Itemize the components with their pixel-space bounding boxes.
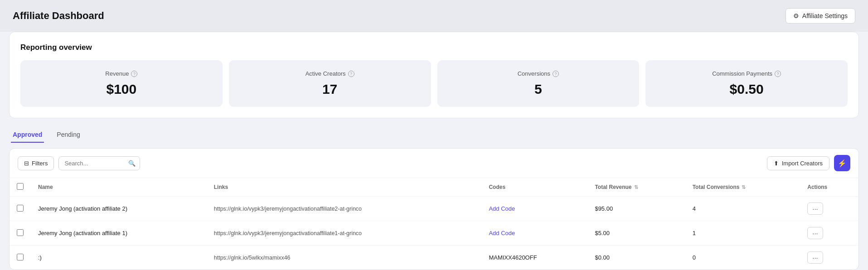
revenue-info-icon[interactable]: ?	[131, 71, 137, 77]
lightning-button[interactable]: ⚡	[834, 155, 850, 171]
row-2-conversions: 0	[685, 246, 800, 270]
commission-info-icon[interactable]: ?	[775, 71, 781, 77]
row-0-checkbox[interactable]	[17, 205, 24, 212]
col-actions: Actions	[800, 178, 858, 197]
table-row: Jeremy Jong (activation affiliate 2) htt…	[10, 197, 858, 221]
revenue-sort-icon[interactable]: ⇅	[634, 184, 638, 190]
search-input[interactable]	[58, 156, 140, 170]
reporting-title: Reporting overview	[20, 43, 848, 52]
col-codes: Codes	[481, 178, 587, 197]
row-2-checkbox[interactable]	[17, 254, 24, 260]
table-row: Jeremy Jong (activation affiliate 1) htt…	[10, 221, 858, 246]
toolbar-left: ⊟ Filters 🔍	[18, 156, 140, 170]
filters-button[interactable]: ⊟ Filters	[18, 156, 54, 170]
creators-table-card: ⊟ Filters 🔍 ⬆ Import Creators ⚡	[9, 148, 859, 270]
metric-revenue-value: $100	[29, 82, 213, 97]
row-1-add-code[interactable]: Add Code	[489, 230, 515, 236]
row-0-conversions: 4	[685, 197, 800, 221]
row-0-name: Jeremy Jong (activation affiliate 2)	[31, 197, 207, 221]
import-creators-label: Import Creators	[782, 160, 823, 167]
row-1-link: https://glnk.io/vypk3/jeremyjongactivati…	[207, 221, 482, 246]
row-0-actions-button[interactable]: ···	[807, 202, 823, 215]
gear-icon: ⚙	[793, 12, 799, 19]
row-1-actions-button[interactable]: ···	[807, 227, 823, 239]
col-total-revenue: Total Revenue ⇅	[587, 178, 685, 197]
tabs-section: Approved Pending	[9, 127, 859, 143]
row-0-link: https://glnk.io/vypk3/jeremyjongactivati…	[207, 197, 482, 221]
metric-conversions: Conversions ? 5	[437, 60, 640, 107]
affiliate-settings-button[interactable]: ⚙ Affiliate Settings	[786, 8, 855, 24]
creators-table: Name Links Codes Total Revenue ⇅ Total C…	[10, 178, 858, 270]
table-row: :) https://glnk.io/5wlkx/mamixx46 MAMIXX…	[10, 246, 858, 270]
lightning-icon: ⚡	[838, 159, 847, 168]
conversions-sort-icon[interactable]: ⇅	[742, 184, 746, 190]
row-1-revenue: $5.00	[587, 221, 685, 246]
table-toolbar: ⊟ Filters 🔍 ⬆ Import Creators ⚡	[10, 149, 858, 178]
row-2-link: https://glnk.io/5wlkx/mamixx46	[207, 246, 482, 270]
row-1-name: Jeremy Jong (activation affiliate 1)	[31, 221, 207, 246]
metric-active-creators: Active Creators ? 17	[229, 60, 431, 107]
metric-revenue-label: Revenue ?	[29, 70, 213, 77]
metric-active-creators-label: Active Creators ?	[238, 70, 422, 77]
affiliate-settings-label: Affiliate Settings	[802, 12, 848, 19]
import-creators-button[interactable]: ⬆ Import Creators	[767, 156, 829, 170]
tab-pending[interactable]: Pending	[55, 127, 82, 143]
metric-commission: Commission Payments ? $0.50	[645, 60, 848, 107]
col-name: Name	[31, 178, 207, 197]
search-icon: 🔍	[128, 160, 136, 167]
search-wrapper: 🔍	[58, 156, 140, 170]
table-header-row: Name Links Codes Total Revenue ⇅ Total C…	[10, 178, 858, 197]
row-2-name: :)	[31, 246, 207, 270]
metrics-grid: Revenue ? $100 Active Creators ? 17 Conv…	[20, 60, 848, 107]
row-2-revenue: $0.00	[587, 246, 685, 270]
page-header: Affiliate Dashboard ⚙ Affiliate Settings	[0, 0, 868, 32]
row-0-revenue: $95.00	[587, 197, 685, 221]
row-1-conversions: 1	[685, 221, 800, 246]
row-2-code: MAMIXX4620OFF	[481, 246, 587, 270]
upload-icon: ⬆	[774, 160, 779, 167]
metric-conversions-label: Conversions ?	[446, 70, 630, 77]
col-total-conversions: Total Conversions ⇅	[685, 178, 800, 197]
metric-commission-label: Commission Payments ?	[655, 70, 839, 77]
metric-commission-value: $0.50	[655, 82, 839, 97]
conversions-info-icon[interactable]: ?	[553, 71, 559, 77]
filters-label: Filters	[32, 160, 48, 167]
reporting-overview-card: Reporting overview Revenue ? $100 Active…	[9, 32, 859, 118]
col-links: Links	[207, 178, 482, 197]
filter-icon: ⊟	[24, 160, 29, 167]
tab-approved[interactable]: Approved	[11, 127, 44, 143]
metric-active-creators-value: 17	[238, 82, 422, 97]
row-0-add-code[interactable]: Add Code	[489, 205, 515, 212]
select-all-checkbox[interactable]	[17, 183, 24, 190]
toolbar-right: ⬆ Import Creators ⚡	[767, 155, 850, 171]
row-1-checkbox[interactable]	[17, 229, 24, 236]
metric-conversions-value: 5	[446, 82, 630, 97]
row-2-actions-button[interactable]: ···	[807, 251, 823, 264]
active-creators-info-icon[interactable]: ?	[348, 71, 354, 77]
main-content: Reporting overview Revenue ? $100 Active…	[0, 32, 868, 270]
page-title: Affiliate Dashboard	[13, 10, 104, 22]
metric-revenue: Revenue ? $100	[20, 60, 223, 107]
